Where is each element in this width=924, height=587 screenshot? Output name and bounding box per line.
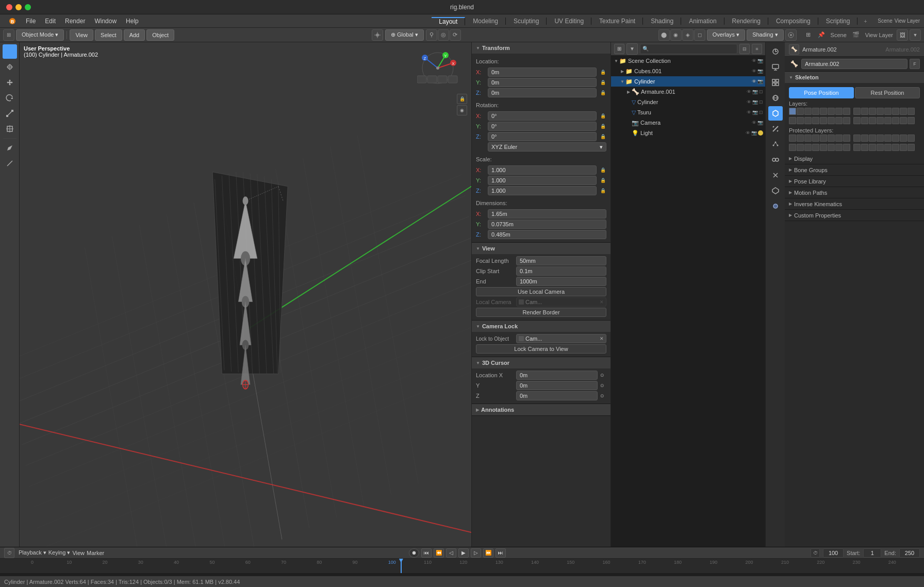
expand-cylinder[interactable]: ▼: [619, 79, 625, 84]
sort-icon[interactable]: ≡: [752, 44, 762, 54]
layer-8[interactable]: [843, 108, 850, 115]
layer-16[interactable]: [908, 108, 915, 115]
cursor-x-reset[interactable]: ⊙: [600, 373, 606, 378]
player-22[interactable]: [828, 144, 835, 151]
clip-start-field[interactable]: 0.1m: [516, 266, 606, 276]
clip-end-field[interactable]: 1000m: [516, 277, 606, 286]
player-32[interactable]: [908, 144, 915, 151]
viewport-shading-wireframe[interactable]: ◻: [694, 29, 705, 41]
player-26[interactable]: [861, 144, 868, 151]
timeline-track[interactable]: 0 10 20 30 40 50 60 70 80 90 100 110 120…: [0, 559, 924, 573]
physics-props-btn[interactable]: [768, 153, 783, 167]
rotation-mode-field[interactable]: XYZ Euler ▾: [488, 142, 606, 152]
eye-icon[interactable]: 👁: [752, 58, 756, 63]
output-props-btn[interactable]: [768, 60, 783, 74]
player-7[interactable]: [835, 135, 843, 142]
scale-x-field[interactable]: 1.000: [488, 165, 597, 175]
filter-icon[interactable]: ▼: [626, 43, 638, 55]
expand-cubes001[interactable]: ▶: [619, 69, 625, 74]
rotation-x-lock[interactable]: 🔒: [599, 113, 606, 119]
tree-cubes001[interactable]: ▶ 📁 Cubes.001 👁 📷: [611, 66, 765, 76]
player-1[interactable]: [789, 135, 796, 142]
pose-library-section[interactable]: ▶ Pose Library: [785, 176, 924, 187]
pose-position-btn[interactable]: Pose Position: [789, 87, 854, 98]
tree-armature001[interactable]: ▶ 🦴 Armature.001 👁 📷 ⊡: [611, 87, 765, 97]
global-select[interactable]: ⊕ Global ▾: [385, 29, 424, 41]
viewport-shading-solid[interactable]: ⬤: [658, 29, 670, 41]
tree-tsuru[interactable]: ▶ ▽ Tsuru 👁 📷 ⊡: [611, 107, 765, 118]
layer-7[interactable]: [835, 108, 843, 115]
modifier-props-btn[interactable]: [768, 122, 783, 136]
close-button[interactable]: [6, 4, 12, 10]
dim-z-field[interactable]: 0.485m: [488, 230, 606, 239]
marker-menu[interactable]: Marker: [87, 550, 104, 556]
annotate-tool[interactable]: [3, 141, 17, 155]
layer-14[interactable]: [892, 108, 899, 115]
tab-modeling[interactable]: Modeling: [466, 18, 506, 25]
cubes001-eye[interactable]: 👁: [752, 69, 756, 74]
layer-3[interactable]: [804, 108, 812, 115]
object-menu[interactable]: Object: [146, 29, 174, 41]
window-controls[interactable]: [6, 4, 31, 10]
minimize-button[interactable]: [15, 4, 22, 10]
add-menu[interactable]: Add: [124, 29, 145, 41]
player-20[interactable]: [812, 144, 819, 151]
player-27[interactable]: [869, 144, 876, 151]
tab-texture-paint[interactable]: Texture Paint: [592, 18, 643, 25]
outliner-icon[interactable]: ⊞: [614, 44, 624, 54]
editor-type[interactable]: ⊞: [803, 29, 814, 41]
layer-13[interactable]: [884, 108, 892, 115]
search-input[interactable]: 🔍: [640, 44, 737, 54]
player-29[interactable]: [884, 144, 892, 151]
location-x-lock[interactable]: 🔒: [599, 70, 606, 75]
add-workspace-button[interactable]: +: [858, 18, 872, 24]
player-11[interactable]: [869, 135, 876, 142]
face-orient[interactable]: ◉: [457, 105, 467, 115]
use-local-camera-btn[interactable]: Use Local Camera: [476, 287, 606, 296]
layer-11[interactable]: [869, 108, 876, 115]
layer-32[interactable]: [908, 117, 915, 124]
custom-properties-section[interactable]: ▶ Custom Properties: [785, 210, 924, 221]
tab-animation[interactable]: Animation: [682, 18, 724, 25]
record-btn[interactable]: ⏺: [409, 548, 419, 558]
focal-length-field[interactable]: 50mm: [516, 256, 606, 265]
cylinder-eye[interactable]: 👁: [752, 79, 756, 84]
viewport[interactable]: User Perspective (100) Cylinder | Armatu…: [20, 42, 471, 547]
layer-6[interactable]: [828, 108, 835, 115]
layer-15[interactable]: [900, 108, 907, 115]
pin-scene[interactable]: 📌: [816, 29, 827, 41]
menu-render[interactable]: Render: [61, 16, 89, 26]
proportional-edit[interactable]: ◎: [438, 29, 449, 41]
player-13[interactable]: [884, 135, 892, 142]
player-5[interactable]: [820, 135, 827, 142]
first-frame-btn[interactable]: ⏮: [421, 548, 432, 558]
player-14[interactable]: [892, 135, 899, 142]
local-camera-field[interactable]: Cam... ✕: [516, 297, 606, 307]
cursor-z-field[interactable]: 0m: [516, 391, 598, 400]
rotation-z-lock[interactable]: 🔒: [599, 134, 606, 139]
location-z-field[interactable]: 0m: [488, 88, 597, 97]
particles-props-btn[interactable]: [768, 137, 783, 152]
display-section[interactable]: ▶ Display: [785, 153, 924, 164]
next-keyframe-btn[interactable]: ▷: [471, 548, 481, 558]
transform-header[interactable]: ▼ Transform: [472, 42, 610, 54]
tree-cylinder-mesh[interactable]: ▶ ▽ Cylinder 👁 📷 ⊡: [611, 97, 765, 107]
scale-x-lock[interactable]: 🔒: [599, 167, 606, 173]
player-18[interactable]: [797, 144, 804, 151]
menu-file[interactable]: File: [22, 16, 40, 26]
move-tool[interactable]: [3, 75, 17, 90]
start-frame[interactable]: 1: [863, 548, 881, 558]
data-props-btn[interactable]: [768, 183, 783, 198]
layer-19[interactable]: [804, 117, 812, 124]
lock-rotation[interactable]: 🔒: [457, 94, 467, 104]
location-y-lock[interactable]: 🔒: [599, 80, 606, 85]
cursor-z-reset[interactable]: ⊙: [600, 393, 606, 398]
viewport-gizmo[interactable]: X Y Z: [417, 47, 458, 89]
cam-render[interactable]: 📷: [757, 120, 763, 125]
scale-z-lock[interactable]: 🔒: [599, 188, 606, 193]
location-z-lock[interactable]: 🔒: [599, 90, 606, 95]
location-y-field[interactable]: 0m: [488, 78, 597, 87]
player-17[interactable]: [789, 144, 796, 151]
layer-10[interactable]: [861, 108, 868, 115]
dim-x-field[interactable]: 1.65m: [488, 209, 606, 219]
